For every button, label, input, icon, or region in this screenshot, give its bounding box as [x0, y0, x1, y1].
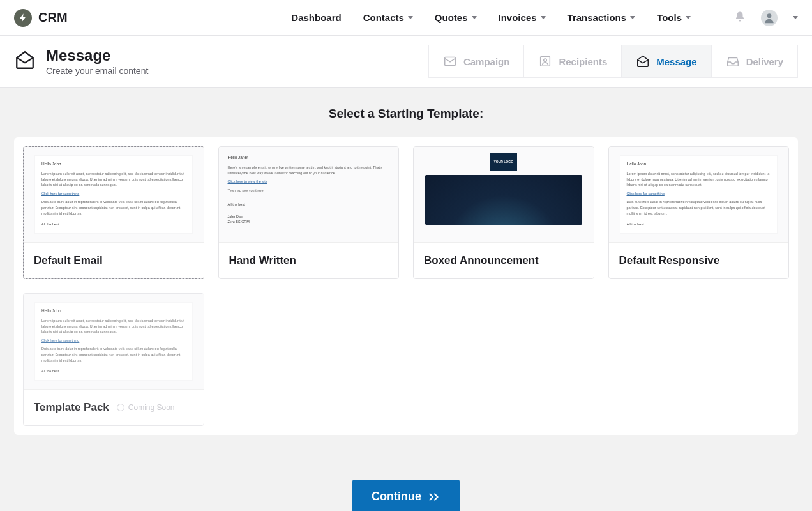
nav-label: Invoices: [499, 12, 537, 23]
template-card-hand-written[interactable]: Hello Janet Here's an example email, whe…: [218, 146, 400, 279]
thumb-text: Lorem ipsum dolor sit amet, consectetur …: [627, 171, 771, 188]
thumb-company: Zero BS CRM: [228, 219, 390, 224]
thumb-text: Here's an example email, where I've writ…: [228, 165, 390, 176]
nav-dashboard[interactable]: Dashboard: [291, 12, 341, 23]
thumb-name: John Doe: [228, 214, 390, 219]
subheader: Message Create your email content Campai…: [0, 36, 812, 88]
thumb-signoff: All the best: [41, 222, 186, 227]
thumb-greeting: Hello Janet: [228, 155, 390, 161]
template-card-boxed-announcement[interactable]: YOUR LOGO Boxed Announcement: [413, 146, 594, 279]
nav-quotes[interactable]: Quotes: [435, 12, 477, 23]
thumb-link: Click here to view the site: [228, 179, 390, 184]
svg-rect-0: [445, 57, 456, 66]
nav-label: Dashboard: [291, 12, 341, 23]
thumb-link: Click here for something: [627, 191, 771, 196]
template-thumbnail: Hello Janet Here's an example email, whe…: [219, 147, 399, 243]
continue-button[interactable]: Continue: [352, 480, 460, 511]
content: Select a Starting Template: Hello John L…: [0, 88, 812, 511]
thumb-signoff: All the best: [228, 202, 390, 207]
nav-label: Tools: [657, 12, 682, 23]
template-card-template-pack[interactable]: Hello John Lorem ipsum dolor sit amet, c…: [23, 293, 204, 426]
nav-label: Transactions: [568, 12, 627, 23]
step-label: Delivery: [746, 56, 783, 67]
chevron-double-right-icon: [429, 492, 440, 501]
template-title: Default Responsive: [609, 243, 789, 278]
nav-label: Quotes: [435, 12, 468, 23]
wizard-steps: Campaign Recipients Message Delivery: [428, 45, 798, 78]
thumb-text: Duis aute irure dolor in reprehenderit i…: [41, 199, 186, 216]
step-delivery[interactable]: Delivery: [711, 45, 798, 78]
thumb-text: Lorem ipsum dolor sit amet, consectetur …: [41, 171, 186, 188]
template-title-text: Template Pack: [34, 401, 109, 414]
chevron-down-icon: [686, 16, 691, 19]
chevron-down-icon: [408, 16, 413, 19]
chevron-down-icon: [630, 16, 635, 19]
nav-contacts[interactable]: Contacts: [363, 12, 413, 23]
nav-invoices[interactable]: Invoices: [499, 12, 546, 23]
template-title: Template Pack Coming Soon: [24, 390, 204, 425]
hero-image-placeholder: [425, 175, 582, 225]
brand-name: CRM: [38, 10, 68, 25]
nav-transactions[interactable]: Transactions: [568, 12, 636, 23]
chevron-down-icon: [541, 16, 546, 19]
step-label: Message: [656, 56, 696, 67]
thumb-text: Lorem ipsum dolor sit amet, consectetur …: [41, 318, 186, 335]
svg-point-2: [544, 59, 547, 62]
template-title: Default Email: [24, 243, 204, 278]
page-subtitle: Create your email content: [46, 66, 148, 76]
top-nav: Dashboard Contacts Quotes Invoices Trans…: [291, 10, 798, 26]
template-grid: Hello John Lorem ipsum dolor sit amet, c…: [14, 137, 798, 435]
template-thumbnail: Hello John Lorem ipsum dolor sit amet, c…: [24, 147, 204, 243]
logo-placeholder: YOUR LOGO: [490, 153, 517, 171]
step-label: Recipients: [559, 56, 607, 67]
step-message[interactable]: Message: [621, 45, 710, 78]
topbar: CRM Dashboard Contacts Quotes Invoices T…: [0, 0, 812, 36]
thumb-greeting: Hello John: [41, 161, 186, 167]
continue-label: Continue: [372, 490, 421, 503]
mail-open-icon: [14, 49, 36, 73]
nav-label: Contacts: [363, 12, 404, 23]
thumb-text: Duis aute irure dolor in reprehenderit i…: [41, 346, 186, 363]
template-card-default-responsive[interactable]: Hello John Lorem ipsum dolor sit amet, c…: [608, 146, 790, 279]
template-card-default-email[interactable]: Hello John Lorem ipsum dolor sit amet, c…: [23, 146, 204, 279]
template-title: Hand Written: [219, 243, 399, 278]
thumb-link: Click here for something: [41, 191, 186, 196]
coming-soon-badge: Coming Soon: [117, 403, 175, 412]
thumb-greeting: Hello John: [627, 161, 771, 167]
bell-icon[interactable]: [734, 11, 746, 25]
step-label: Campaign: [463, 56, 510, 67]
thumb-signoff: All the best: [627, 222, 771, 227]
avatar[interactable]: [761, 10, 778, 26]
nav-tools[interactable]: Tools: [657, 12, 691, 23]
template-title: Boxed Announcement: [414, 243, 594, 278]
brand-logo-icon: [14, 9, 32, 27]
section-title: Select a Starting Template:: [14, 107, 798, 121]
step-recipients[interactable]: Recipients: [523, 45, 621, 78]
template-thumbnail: Hello John Lorem ipsum dolor sit amet, c…: [609, 147, 789, 243]
template-thumbnail: Hello John Lorem ipsum dolor sit amet, c…: [24, 294, 204, 390]
step-campaign[interactable]: Campaign: [428, 45, 524, 78]
brand[interactable]: CRM: [14, 9, 68, 27]
thumb-link: Click here for something: [41, 338, 186, 343]
thumb-text: Yeah, so see you there!: [228, 188, 390, 194]
template-thumbnail: YOUR LOGO: [414, 147, 594, 243]
thumb-greeting: Hello John: [41, 308, 186, 314]
thumb-text: Duis aute irure dolor in reprehenderit i…: [627, 199, 771, 216]
chevron-down-icon: [472, 16, 477, 19]
thumb-signoff: All the best: [41, 369, 186, 374]
chevron-down-icon[interactable]: [793, 16, 798, 19]
page-title: Message: [46, 47, 148, 65]
